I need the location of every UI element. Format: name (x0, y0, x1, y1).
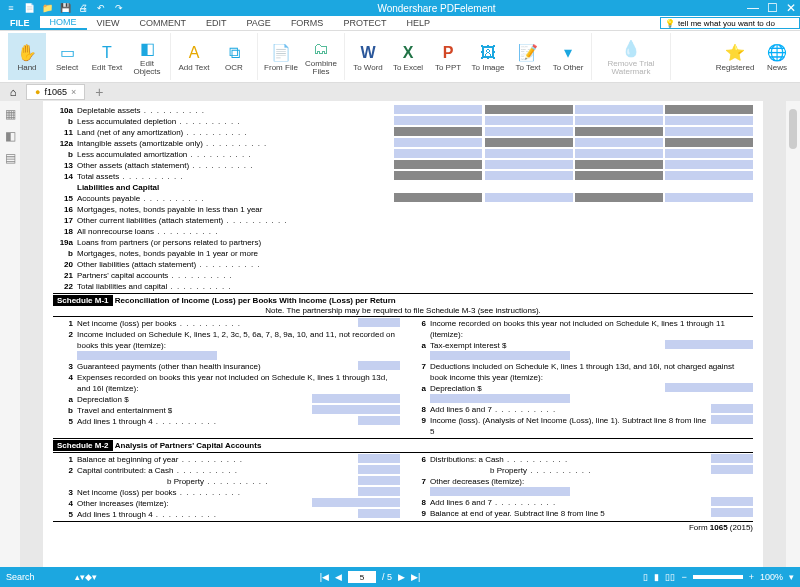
first-page-icon[interactable]: |◀ (320, 572, 329, 582)
minimize-icon[interactable]: — (747, 1, 759, 15)
tab-comment[interactable]: COMMENT (130, 16, 197, 30)
tab-edit[interactable]: EDIT (196, 16, 237, 30)
undo-icon[interactable]: ↶ (94, 2, 108, 14)
to-word-button[interactable]: WTo Word (349, 33, 387, 80)
titlebar: ≡ 📄 📁 💾 🖨 ↶ ↷ Wondershare PDFelement — ☐… (0, 0, 800, 16)
menu-icon[interactable]: ≡ (4, 2, 18, 14)
image-icon: 🖼 (477, 42, 499, 64)
watermark-icon: 💧 (620, 38, 642, 60)
registered-icon: ⭐ (724, 42, 746, 64)
add-text-button[interactable]: AAdd Text (175, 33, 213, 80)
to-other-button[interactable]: ▾To Other (549, 33, 587, 80)
hand-icon: ✋ (16, 42, 38, 64)
combine-icon: 🗂 (310, 38, 332, 60)
zoom-out-icon[interactable]: − (681, 572, 686, 582)
edit-objects-button[interactable]: ◧Edit Objects (128, 33, 166, 80)
ocr-button[interactable]: ⧉OCR (215, 33, 253, 80)
to-ppt-button[interactable]: PTo PPT (429, 33, 467, 80)
add-tab-icon[interactable]: + (89, 84, 109, 100)
prev-page-icon[interactable]: ◀ (335, 572, 342, 582)
select-icon: ▭ (56, 42, 78, 64)
to-text-button[interactable]: 📝To Text (509, 33, 547, 80)
doc-tab[interactable]: ●f1065× (26, 84, 85, 100)
page-number-input[interactable] (348, 571, 376, 583)
menubar: FILE HOME VIEW COMMENT EDIT PAGE FORMS P… (0, 16, 800, 31)
combine-button[interactable]: 🗂Combine Files (302, 33, 340, 80)
tab-home[interactable]: HOME (40, 16, 87, 30)
to-image-button[interactable]: 🖼To Image (469, 33, 507, 80)
document-content: 10aDepletable assets bLess accumulated d… (43, 101, 763, 567)
view-single-icon[interactable]: ▯ (643, 572, 648, 582)
registered-button[interactable]: ⭐Registered (716, 33, 754, 80)
search-help-input[interactable]: 💡tell me what you want to do (660, 17, 800, 29)
next-page-icon[interactable]: ▶ (398, 572, 405, 582)
edit-text-button[interactable]: TEdit Text (88, 33, 126, 80)
print-icon[interactable]: 🖨 (76, 2, 90, 14)
tab-view[interactable]: VIEW (87, 16, 130, 30)
tab-forms[interactable]: FORMS (281, 16, 334, 30)
zoom-in-icon[interactable]: + (749, 572, 754, 582)
ocr-icon: ⧉ (223, 42, 245, 64)
last-page-icon[interactable]: ▶| (411, 572, 420, 582)
redo-icon[interactable]: ↷ (112, 2, 126, 14)
page-total: / 5 (382, 572, 392, 582)
close-icon[interactable]: ✕ (786, 1, 796, 15)
add-text-icon: A (183, 42, 205, 64)
form-footer: Form 1065 (2015) (53, 523, 753, 532)
watermark-button: 💧Remove Trial Watermark (596, 33, 666, 80)
tab-close-icon[interactable]: × (71, 87, 76, 97)
view-double-icon[interactable]: ▯▯ (665, 572, 675, 582)
from-file-button[interactable]: 📄From File (262, 33, 300, 80)
maximize-icon[interactable]: ☐ (767, 1, 778, 15)
edit-objects-icon: ◧ (136, 38, 158, 60)
thumbnails-icon[interactable]: ▦ (5, 107, 16, 121)
new-icon[interactable]: 📄 (22, 2, 36, 14)
vertical-scrollbar[interactable] (786, 101, 800, 567)
hand-button[interactable]: ✋Hand (8, 33, 46, 80)
other-icon: ▾ (557, 42, 579, 64)
workspace: ▦ ◧ ▤ 10aDepletable assets bLess accumul… (0, 101, 800, 567)
ribbon: ✋Hand ▭Select TEdit Text ◧Edit Objects A… (0, 31, 800, 83)
bookmarks-icon[interactable]: ◧ (5, 129, 16, 143)
zoom-slider[interactable] (693, 575, 743, 579)
nav-orig-icon[interactable]: ◆ (85, 572, 92, 582)
tab-protect[interactable]: PROTECT (333, 16, 396, 30)
search-label[interactable]: Search (6, 572, 35, 582)
open-icon[interactable]: 📁 (40, 2, 54, 14)
window-title: Wondershare PDFelement (126, 3, 747, 14)
statusbar: Search ▴ ▾ ◆ ▾ |◀ ◀ / 5 ▶ ▶| ▯ ▮ ▯▯ − + … (0, 567, 800, 587)
file-tab[interactable]: FILE (0, 16, 40, 30)
tab-page[interactable]: PAGE (237, 16, 281, 30)
word-icon: W (357, 42, 379, 64)
sidebar: ▦ ◧ ▤ (0, 101, 20, 567)
news-icon: 🌐 (766, 42, 788, 64)
to-excel-button[interactable]: XTo Excel (389, 33, 427, 80)
home-icon[interactable]: ⌂ (4, 86, 22, 98)
view-cont-icon[interactable]: ▮ (654, 572, 659, 582)
ppt-icon: P (437, 42, 459, 64)
page-area[interactable]: 10aDepletable assets bLess accumulated d… (20, 101, 786, 567)
select-button[interactable]: ▭Select (48, 33, 86, 80)
excel-icon: X (397, 42, 419, 64)
doc-tabstrip: ⌂ ●f1065× + (0, 83, 800, 101)
from-file-icon: 📄 (270, 42, 292, 64)
zoom-dropdown-icon[interactable]: ▾ (789, 572, 794, 582)
tab-help[interactable]: HELP (396, 16, 440, 30)
edit-text-icon: T (96, 42, 118, 64)
news-button[interactable]: 🌐News (758, 33, 796, 80)
zoom-value: 100% (760, 572, 783, 582)
save-icon[interactable]: 💾 (58, 2, 72, 14)
text-icon: 📝 (517, 42, 539, 64)
attachments-icon[interactable]: ▤ (5, 151, 16, 165)
